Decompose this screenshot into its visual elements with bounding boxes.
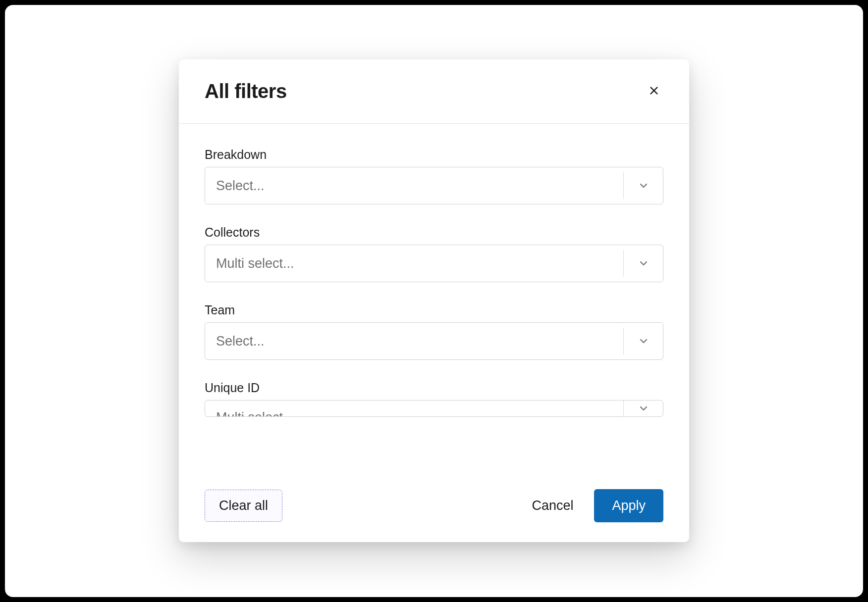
cancel-button[interactable]: Cancel <box>526 490 579 521</box>
close-icon <box>649 85 659 98</box>
field-label-team: Team <box>205 303 663 317</box>
select-team[interactable]: Select... <box>205 322 663 360</box>
select-breakdown[interactable]: Select... <box>205 167 663 204</box>
apply-button[interactable]: Apply <box>594 489 663 522</box>
chevron-down-icon <box>623 401 663 416</box>
field-team: Team Select... <box>205 303 663 360</box>
field-label-collectors: Collectors <box>205 225 663 240</box>
select-placeholder: Select... <box>205 334 623 349</box>
select-placeholder: Multi select... <box>205 256 623 271</box>
chevron-down-icon <box>623 328 663 354</box>
modal-body: Breakdown Select... Collectors Multi sel… <box>179 124 689 472</box>
modal-footer: Clear all Cancel Apply <box>179 472 689 542</box>
page-background: All filters Breakdown Select... <box>5 5 863 597</box>
modal-title: All filters <box>205 80 287 102</box>
field-label-unique-id: Unique ID <box>205 381 663 395</box>
select-placeholder: Select... <box>205 178 623 194</box>
chevron-down-icon <box>623 250 663 277</box>
field-unique-id: Unique ID Multi select... <box>205 381 663 417</box>
select-collectors[interactable]: Multi select... <box>205 245 663 282</box>
clear-all-button[interactable]: Clear all <box>205 490 282 522</box>
all-filters-modal: All filters Breakdown Select... <box>179 59 689 542</box>
modal-header: All filters <box>179 59 689 124</box>
footer-right: Cancel Apply <box>526 489 663 522</box>
footer-left: Clear all <box>205 490 282 522</box>
field-label-breakdown: Breakdown <box>205 148 663 162</box>
select-unique-id[interactable]: Multi select... <box>205 400 663 417</box>
field-collectors: Collectors Multi select... <box>205 225 663 282</box>
select-placeholder: Multi select... <box>205 410 623 417</box>
chevron-down-icon <box>623 172 663 199</box>
close-button[interactable] <box>645 81 663 101</box>
field-breakdown: Breakdown Select... <box>205 148 663 204</box>
